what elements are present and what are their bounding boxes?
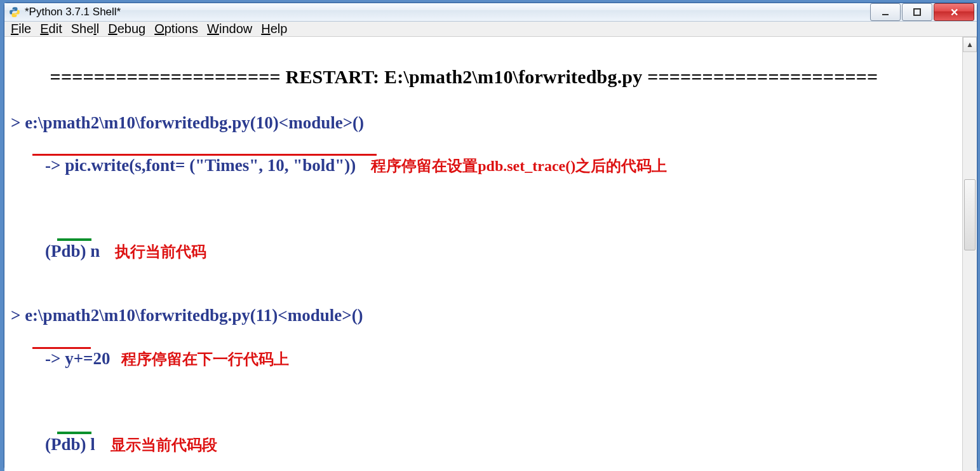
content-area: ===================== RESTART: E:\pmath2… [4,37,977,471]
titlebar[interactable]: *Python 3.7.1 Shell* ✕ [4,3,977,22]
trace-line-3: > e:\pmath2\m10\forwritedbg.py(11)<modul… [11,305,957,327]
menubar: File Edit Shell Debug Options Window Hel… [4,22,977,37]
trace-line-2: -> pic.write(s,font= ("Times", 10, "bold… [11,133,957,219]
scroll-up-button[interactable]: ▲ [963,37,977,52]
svg-rect-0 [882,14,889,15]
scroll-thumb[interactable] [964,179,976,250]
trace-line-1: > e:\pmath2\m10\forwritedbg.py(10)<modul… [11,113,957,134]
menu-shell[interactable]: Shell [71,22,100,36]
vertical-scrollbar[interactable]: ▲ ▼ [962,37,977,471]
pdb-prompt-1: (Pdb) n 执行当前代码 [11,219,957,305]
minimize-button[interactable] [870,3,901,21]
scroll-track[interactable] [963,52,977,471]
menu-edit[interactable]: Edit [40,22,62,36]
window-title: *Python 3.7.1 Shell* [25,6,121,18]
menu-debug[interactable]: Debug [108,22,145,36]
trace-line-4: -> y+=20 程序停留在下一行代码上 [11,327,957,413]
python-app-icon [8,6,21,18]
window-controls: ✕ [870,3,974,21]
restart-banner: ===================== RESTART: E:\pmath2… [11,41,957,113]
pdb-prompt-2: (Pdb) l 显示当前代码段 [11,413,957,471]
close-button[interactable]: ✕ [934,3,974,21]
menu-file[interactable]: File [11,22,31,36]
menu-options[interactable]: Options [154,22,198,36]
close-icon: ✕ [950,6,958,18]
menu-window[interactable]: Window [207,22,252,36]
maximize-button[interactable] [902,3,932,21]
menu-help[interactable]: Help [261,22,287,36]
svg-rect-1 [914,9,920,15]
shell-output[interactable]: ===================== RESTART: E:\pmath2… [4,37,962,471]
python-shell-window: *Python 3.7.1 Shell* ✕ File Edit Shell D… [4,3,977,468]
